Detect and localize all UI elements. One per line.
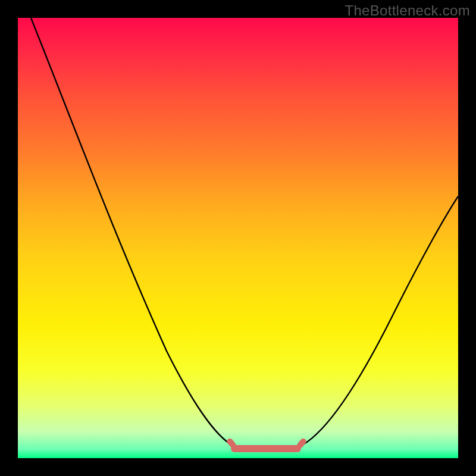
bottleneck-curve-path <box>31 18 458 450</box>
curve-svg <box>18 18 458 458</box>
valley-accent-band <box>231 445 301 452</box>
chart-frame <box>18 18 458 458</box>
watermark-text: TheBottleneck.com <box>345 2 470 19</box>
